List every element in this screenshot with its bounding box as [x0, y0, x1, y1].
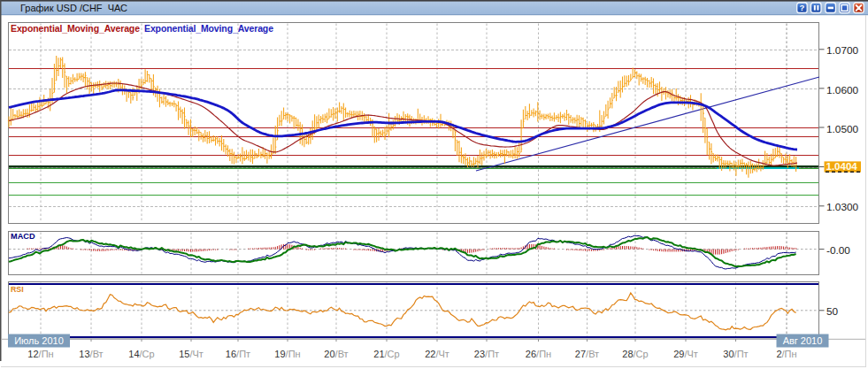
svg-text:2/Пн: 2/Пн [776, 349, 796, 359]
svg-text:-0.00: -0.00 [826, 244, 850, 257]
svg-text:23/Пт: 23/Пт [474, 349, 499, 359]
svg-text:Авг 2010: Авг 2010 [783, 335, 823, 346]
svg-text:Июль 2010: Июль 2010 [14, 335, 64, 346]
svg-text:22/Чт: 22/Чт [425, 349, 449, 359]
svg-text:26/Пн: 26/Пн [526, 349, 551, 359]
svg-text:15/Чт: 15/Чт [179, 349, 204, 359]
svg-text:20/Вт: 20/Вт [324, 349, 348, 359]
svg-text:Exponential_Moving_Average: Exponential_Moving_Average [11, 23, 140, 34]
svg-text:1.0404: 1.0404 [826, 161, 858, 172]
svg-text:27/Вт: 27/Вт [575, 349, 599, 359]
svg-text:28/Ср: 28/Ср [622, 349, 648, 359]
svg-text:MACD: MACD [11, 232, 35, 241]
svg-text:График USD /CHF ЧАС: График USD /CHF ЧАС [20, 3, 127, 13]
svg-text:1.0600: 1.0600 [826, 84, 859, 96]
svg-text:12/Пн: 12/Пн [27, 349, 53, 359]
svg-text:RSI: RSI [11, 285, 24, 294]
svg-text:50: 50 [826, 305, 839, 318]
svg-text:Exponential_Moving_Average: Exponential_Moving_Average [144, 23, 273, 34]
svg-text:30/Пт: 30/Пт [723, 349, 748, 359]
svg-text:?: ? [799, 3, 804, 12]
svg-text:16/Пт: 16/Пт [226, 349, 250, 359]
svg-text:19/Пн: 19/Пн [274, 349, 300, 359]
svg-text:13/Вт: 13/Вт [79, 349, 103, 359]
svg-text:14/Ср: 14/Ср [128, 349, 154, 359]
svg-text:1.0500: 1.0500 [826, 123, 859, 135]
svg-text:29/Чт: 29/Чт [673, 349, 698, 359]
svg-text:1.0300: 1.0300 [826, 201, 859, 213]
svg-text:1.0700: 1.0700 [826, 44, 859, 57]
svg-text:21/Ср: 21/Ср [373, 349, 399, 359]
